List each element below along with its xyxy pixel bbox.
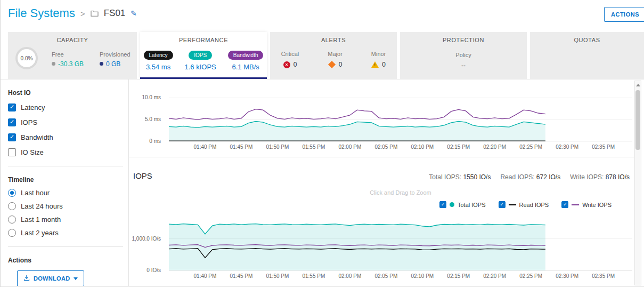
sidebar: Host IO Latency IOPS Bandwidth IO Size T… xyxy=(1,79,128,287)
latency-chart-block: 10.0 ms5.0 ms0 ms 01:40 PM01:45 PM01:50 … xyxy=(129,79,634,157)
provisioned-dot-icon xyxy=(100,62,103,66)
radio-row-last-24-hours[interactable]: Last 24 hours xyxy=(8,202,128,210)
io-size-checkbox[interactable] xyxy=(8,148,16,156)
last-2-years-radio[interactable] xyxy=(8,229,16,237)
checkbox-row-iops[interactable]: IOPS xyxy=(8,118,128,126)
critical-icon xyxy=(283,61,290,68)
last-hour-radio[interactable] xyxy=(8,189,16,197)
write-iops-stat-label: Write IOPS: xyxy=(570,173,604,181)
capacity-gauge-value: 0.0% xyxy=(21,55,33,61)
total-iops-stat-label: Total IOPS: xyxy=(429,173,461,181)
iops-x-axis: 01:40 PM01:45 PM01:50 PM01:55 PM02:00 PM… xyxy=(169,273,632,281)
capacity-card-body: 0.0% Free -30.3 GB Provisioned xyxy=(15,47,134,69)
legend-item-write-iops[interactable]: Write IOPS xyxy=(561,201,612,208)
iops-value: 1.6 kIOPS xyxy=(185,63,216,71)
read-iops-stat-value: 672 IO/s xyxy=(536,173,560,181)
write-iops-swatch-icon xyxy=(572,204,579,205)
minor-label: Minor xyxy=(371,51,386,57)
total-iops-legend-checkbox[interactable] xyxy=(439,201,446,208)
sidebar-divider xyxy=(8,166,123,166)
performance-card[interactable]: PERFORMANCE Latency 3.54 ms IOPS 1.6 kIO… xyxy=(140,32,267,79)
latency-y-axis: 10.0 ms5.0 ms0 ms xyxy=(129,87,165,141)
summary-cards: CAPACITY 0.0% Free -30.3 GB Provisioned xyxy=(8,32,644,79)
sidebar-divider-2 xyxy=(8,246,123,247)
checkbox-row-io-size[interactable]: IO Size xyxy=(8,148,128,156)
io-size-checkbox-label: IO Size xyxy=(21,148,44,156)
latency-plot[interactable] xyxy=(169,87,632,141)
last-24-hours-radio[interactable] xyxy=(8,202,16,210)
alerts-card-title: ALERTS xyxy=(270,32,397,43)
last-2-years-label: Last 2 years xyxy=(21,229,59,237)
protection-card[interactable]: PROTECTION Policy -- xyxy=(400,32,527,79)
write-iops-legend-checkbox[interactable] xyxy=(561,201,568,208)
policy-value: -- xyxy=(400,62,527,69)
download-icon xyxy=(23,275,30,282)
iops-checkbox[interactable] xyxy=(8,118,16,126)
major-icon xyxy=(328,61,336,68)
checkbox-row-bandwidth[interactable]: Bandwidth xyxy=(8,133,128,141)
critical-count: 0 xyxy=(294,61,297,68)
critical-alerts: Critical 0 xyxy=(281,51,299,68)
provisioned-value: 0 GB xyxy=(106,60,120,68)
major-label: Major xyxy=(328,51,343,57)
latency-pill: Latency xyxy=(144,51,173,60)
free-stat: Free -30.3 GB xyxy=(52,51,84,68)
actions-title: Actions xyxy=(8,257,128,264)
breadcrumb: File Systems > FS01 ✎ xyxy=(8,6,137,20)
alerts-card-body: Critical 0 Major 0 Minor xyxy=(270,51,397,68)
minor-alerts: Minor 0 xyxy=(371,51,386,68)
iops-metric: IOPS 1.6 kIOPS xyxy=(185,50,216,71)
latency-checkbox[interactable] xyxy=(8,103,16,111)
download-button[interactable]: DOWNLOAD xyxy=(17,270,84,286)
scrollbar-thumb[interactable] xyxy=(635,90,640,150)
latency-metric: Latency 3.54 ms xyxy=(144,50,173,71)
radio-row-last-hour[interactable]: Last hour xyxy=(8,189,128,197)
quotas-card-title: QUOTAS xyxy=(530,32,644,43)
capacity-gauge: 0.0% xyxy=(15,47,38,69)
protection-card-title: PROTECTION xyxy=(400,32,527,43)
breadcrumb-separator: > xyxy=(80,9,85,18)
last-1-month-radio[interactable] xyxy=(8,216,16,224)
actions-button[interactable]: ACTIONS xyxy=(604,7,644,22)
capacity-card[interactable]: CAPACITY 0.0% Free -30.3 GB Provisioned xyxy=(8,32,137,79)
iops-pill: IOPS xyxy=(189,51,212,60)
alerts-card[interactable]: ALERTS Critical 0 Major 0 xyxy=(270,32,397,79)
page-title[interactable]: File Systems xyxy=(8,6,75,20)
read-iops-swatch-icon xyxy=(509,204,516,205)
page-header: File Systems > FS01 ✎ ACTIONS xyxy=(1,0,644,30)
write-iops-legend-label: Write IOPS xyxy=(582,202,612,208)
bandwidth-checkbox[interactable] xyxy=(8,133,16,141)
radio-row-last-2-years[interactable]: Last 2 years xyxy=(8,229,128,237)
free-dot-icon xyxy=(52,62,55,66)
timeline-title: Timeline xyxy=(8,176,128,184)
iops-checkbox-label: IOPS xyxy=(21,118,37,126)
free-label: Free xyxy=(52,51,84,58)
read-iops-legend-label: Read IOPS xyxy=(519,202,549,208)
host-io-title: Host IO xyxy=(8,89,128,97)
bandwidth-pill: Bandwidth xyxy=(228,51,264,60)
edit-icon[interactable]: ✎ xyxy=(131,9,137,18)
policy-label: Policy xyxy=(400,52,527,58)
capacity-card-title: CAPACITY xyxy=(8,32,137,43)
checkbox-row-latency[interactable]: Latency xyxy=(8,103,128,111)
critical-label: Critical xyxy=(281,51,299,57)
radio-row-last-1-month[interactable]: Last 1 month xyxy=(8,216,128,224)
iops-legend: Total IOPS Read IOPS Write IOPS xyxy=(439,201,612,208)
breadcrumb-item-name: FS01 xyxy=(104,8,126,19)
total-iops-stat-value: 1550 IO/s xyxy=(463,173,491,181)
major-alerts: Major 0 xyxy=(328,51,343,68)
performance-card-body: Latency 3.54 ms IOPS 1.6 kIOPS Bandwidth… xyxy=(140,50,267,71)
vertical-scrollbar[interactable] xyxy=(634,81,641,285)
quotas-card[interactable]: QUOTAS xyxy=(530,32,644,79)
scroll-up-button[interactable] xyxy=(635,81,641,89)
latency-checkbox-label: Latency xyxy=(21,103,45,111)
legend-item-read-iops[interactable]: Read IOPS xyxy=(499,201,549,208)
read-iops-legend-checkbox[interactable] xyxy=(499,201,506,208)
provisioned-label: Provisioned xyxy=(100,51,130,58)
free-value: -30.3 GB xyxy=(58,60,84,68)
iops-plot[interactable] xyxy=(169,215,632,270)
latency-value: 3.54 ms xyxy=(144,63,173,71)
bandwidth-checkbox-label: Bandwidth xyxy=(21,133,53,141)
legend-item-total-iops[interactable]: Total IOPS xyxy=(439,201,486,208)
app-root: File Systems > FS01 ✎ ACTIONS CAPACITY 0… xyxy=(0,0,644,287)
